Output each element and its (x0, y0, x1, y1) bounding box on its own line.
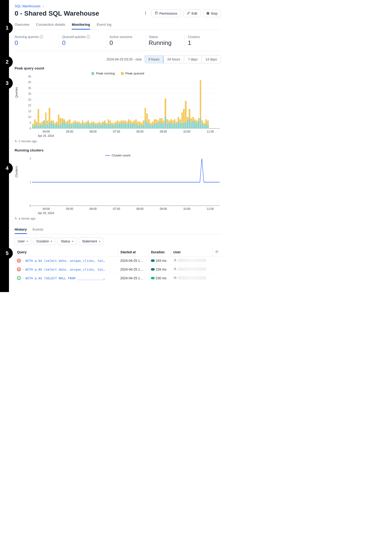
peak-bar[interactable] (74, 120, 76, 129)
peak-bar[interactable] (172, 120, 174, 129)
peak-bar[interactable] (174, 119, 175, 129)
peak-bar[interactable] (71, 123, 73, 129)
peak-bar[interactable] (80, 123, 82, 129)
peak-bar[interactable] (47, 120, 48, 129)
peak-bar[interactable] (120, 120, 122, 129)
peak-bar[interactable] (36, 122, 38, 129)
range-option-7-days[interactable]: 7 days (184, 56, 202, 63)
chevron-right-icon[interactable]: › (23, 268, 24, 271)
peak-bar[interactable] (137, 122, 139, 129)
peak-bar[interactable] (183, 109, 185, 129)
peak-bar[interactable] (54, 123, 56, 129)
table-row[interactable]: ✕›WITH q AS (select date, unique_clicks,… (15, 265, 221, 274)
peak-bar[interactable] (39, 123, 41, 129)
peak-bar[interactable] (87, 120, 89, 129)
peak-bar[interactable] (108, 119, 109, 129)
peak-bar[interactable] (106, 123, 107, 129)
peak-bar[interactable] (32, 124, 34, 129)
peak-bar[interactable] (58, 115, 60, 129)
peak-bar[interactable] (205, 119, 207, 129)
peak-bar[interactable] (143, 120, 144, 129)
peak-bar[interactable] (93, 122, 95, 129)
query-link[interactable]: WITH q AS (select date, unique_clicks, t… (26, 268, 106, 271)
peak-bar[interactable] (84, 123, 85, 129)
peak-bar[interactable] (100, 123, 102, 129)
tab-event-log[interactable]: Event log (97, 20, 112, 29)
peak-bar[interactable] (157, 120, 159, 129)
peak-bar[interactable] (118, 122, 120, 129)
peak-bar[interactable] (154, 119, 155, 129)
peak-bar[interactable] (159, 118, 161, 129)
peak-bar[interactable] (69, 119, 71, 129)
peak-bar[interactable] (176, 122, 177, 129)
peak-bar[interactable] (161, 118, 163, 129)
peak-bar[interactable] (43, 120, 45, 129)
peak-bar[interactable] (165, 99, 166, 129)
peak-bar[interactable] (179, 119, 181, 129)
peak-bar[interactable] (198, 118, 200, 129)
peak-bar[interactable] (139, 122, 140, 129)
subtab-history[interactable]: History (15, 226, 27, 234)
peak-bar[interactable] (203, 123, 205, 129)
peak-bar[interactable] (117, 120, 118, 129)
tab-overview[interactable]: Overview (15, 20, 29, 29)
peak-bar[interactable] (150, 123, 151, 129)
col-started-at[interactable]: Started at (118, 248, 149, 256)
peak-bar[interactable] (60, 118, 62, 129)
peak-bar[interactable] (185, 101, 187, 129)
peak-bar[interactable] (178, 117, 179, 129)
query-link[interactable]: WITH q AS (SELECT NULL FROM ____________… (26, 277, 106, 280)
peak-bar[interactable] (56, 122, 58, 129)
peak-bar[interactable] (134, 120, 135, 129)
peak-bar[interactable] (76, 122, 78, 129)
peak-bar[interactable] (130, 120, 131, 129)
peak-bar[interactable] (163, 120, 165, 129)
peak-bar[interactable] (148, 119, 150, 129)
peak-bar[interactable] (41, 122, 43, 129)
info-icon[interactable]: i (87, 35, 90, 39)
tab-connection-details[interactable]: Connection details (36, 20, 65, 29)
cluster-line[interactable] (32, 158, 220, 182)
peak-bar[interactable] (98, 122, 100, 129)
peak-bar[interactable] (63, 119, 65, 129)
col-user[interactable]: User (171, 248, 213, 256)
subtab-events[interactable]: Events (33, 226, 44, 234)
gear-icon[interactable] (215, 250, 219, 254)
peak-bar[interactable] (78, 122, 80, 129)
peak-bar[interactable] (102, 122, 104, 129)
peak-bar[interactable] (95, 123, 96, 129)
query-link[interactable]: WITH q AS (select date, unique_clicks, t… (26, 259, 106, 262)
peak-bar[interactable] (104, 120, 106, 129)
table-row[interactable]: ✓›WITH q AS (SELECT NULL FROM __________… (15, 274, 221, 283)
peak-bar[interactable] (109, 120, 111, 129)
peak-bar[interactable] (62, 118, 63, 129)
peak-bar[interactable] (200, 80, 202, 129)
info-icon[interactable]: i (40, 35, 43, 39)
peak-bar[interactable] (111, 123, 113, 129)
peak-bar[interactable] (141, 123, 142, 129)
peak-bar[interactable] (187, 117, 188, 129)
peak-bar[interactable] (194, 119, 196, 129)
peak-bar[interactable] (146, 113, 148, 129)
peak-bar[interactable] (65, 122, 67, 129)
filter-status[interactable]: Status▾ (58, 238, 77, 245)
peak-bar[interactable] (189, 109, 190, 129)
peak-bar[interactable] (152, 122, 153, 129)
peak-bar[interactable] (190, 118, 192, 129)
peak-bar[interactable] (52, 120, 54, 129)
peak-bar[interactable] (196, 120, 198, 129)
range-option-14-days[interactable]: 14 days (202, 56, 221, 63)
chevron-right-icon[interactable]: › (23, 277, 24, 280)
peak-bar[interactable] (91, 122, 93, 129)
range-option-24-hours[interactable]: 24 hours (163, 56, 184, 63)
filter-statement[interactable]: Statement▾ (79, 238, 103, 245)
peak-bar[interactable] (97, 123, 98, 129)
peak-bar[interactable] (89, 123, 91, 129)
peak-bar[interactable] (132, 122, 133, 129)
peak-bar[interactable] (85, 122, 87, 129)
peak-bar[interactable] (181, 113, 183, 129)
peak-bar[interactable] (50, 120, 52, 129)
peak-bar[interactable] (34, 119, 36, 129)
permissions-button[interactable]: Permissions (151, 9, 181, 17)
peak-bar[interactable] (145, 108, 146, 129)
